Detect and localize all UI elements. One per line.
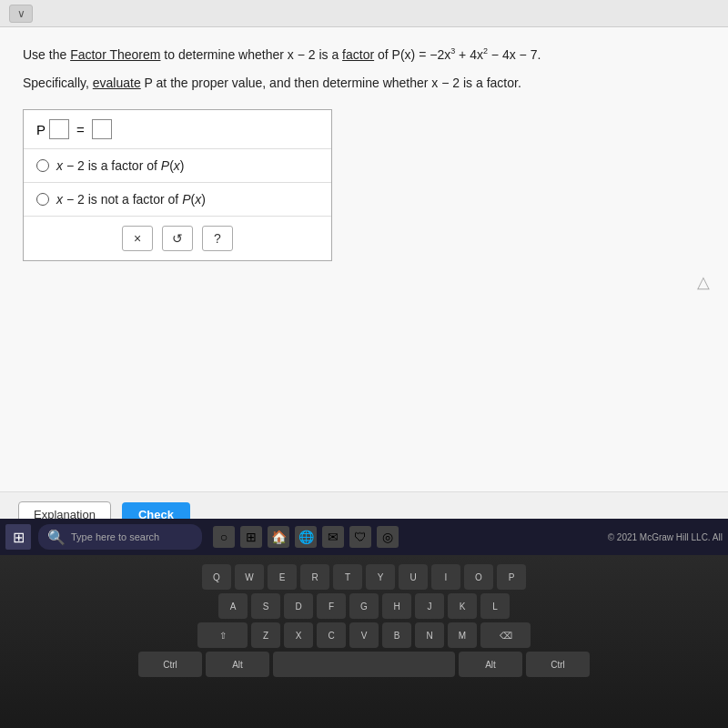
problem-mid2-text: is a [316, 47, 343, 62]
problem-line-1: Use the Factor Theorem to determine whet… [23, 46, 705, 65]
taskbar-icon-group: ○ ⊞ 🏠 🌐 ✉ 🛡 ◎ [213, 526, 399, 548]
poly-expr: (x) = −2x3 + 4x2 − 4x − 7. [400, 47, 541, 62]
key-i[interactable]: I [431, 564, 460, 590]
clear-button[interactable]: × [122, 226, 153, 251]
taskbar-icon-2[interactable]: ⊞ [240, 526, 262, 548]
key-row-4: Ctrl Alt Alt Ctrl [68, 652, 660, 677]
help-button[interactable]: ? [202, 226, 233, 251]
evaluate-link[interactable]: evaluate [93, 76, 141, 90]
problem-mid-text: to determine whether [160, 47, 287, 62]
key-v[interactable]: V [349, 622, 379, 648]
problem-mid3-text: of [374, 47, 391, 62]
equals-sign: = [76, 122, 85, 137]
radio-label-2: x − 2 is not a factor of P(x) [56, 192, 206, 207]
key-k[interactable]: K [448, 593, 477, 619]
key-e[interactable]: E [268, 564, 297, 590]
factor-theorem-link[interactable]: Factor Theorem [70, 47, 160, 62]
radio-button-1[interactable] [36, 159, 49, 172]
chevron-down-button[interactable]: ∨ [9, 5, 33, 23]
key-space[interactable] [273, 652, 455, 677]
key-g[interactable]: G [349, 593, 379, 619]
taskbar-search-bar[interactable]: 🔍 Type here to search [38, 524, 202, 550]
keyboard: Q W E R T Y U I O P A S D F G H J K L ⇧ … [68, 564, 660, 681]
key-row-1: Q W E R T Y U I O P [68, 564, 660, 590]
key-ctrl[interactable]: Ctrl [138, 652, 202, 677]
chevron-down-icon: ∨ [17, 7, 25, 20]
key-n[interactable]: N [415, 622, 444, 648]
key-w[interactable]: W [235, 564, 264, 590]
key-q[interactable]: Q [202, 564, 231, 590]
problem-line-2: Specifically, evaluate P at the proper v… [23, 74, 705, 93]
key-row-3: ⇧ Z X C V B N M ⌫ [68, 622, 660, 648]
key-m[interactable]: M [448, 622, 477, 648]
problem-pre-text: Use the [23, 47, 70, 62]
key-a[interactable]: A [218, 593, 248, 619]
key-alt-right[interactable]: Alt [459, 652, 522, 677]
key-p[interactable]: P [497, 564, 526, 590]
p-input-row: P = [24, 110, 331, 149]
key-alt[interactable]: Alt [206, 652, 269, 677]
factor-link[interactable]: factor [342, 47, 374, 62]
p-func: P [392, 47, 400, 62]
taskbar-icon-1[interactable]: ○ [213, 526, 235, 548]
x-minus-2-expr: x − 2 [288, 47, 316, 62]
key-o[interactable]: O [464, 564, 493, 590]
key-r[interactable]: R [300, 564, 329, 590]
copyright-text: © 2021 McGraw Hill LLC. All [608, 532, 723, 542]
radio-row-1[interactable]: x − 2 is a factor of P(x) [24, 149, 331, 183]
key-row-2: A S D F G H J K L [68, 593, 660, 619]
content-area: Use the Factor Theorem to determine whet… [0, 27, 728, 537]
radio-row-2[interactable]: x − 2 is not a factor of P(x) [24, 183, 331, 217]
search-icon: 🔍 [47, 529, 66, 546]
answer-box: P = x − 2 is a factor of P(x) x − 2 is n… [23, 109, 332, 261]
problem-end-text: is a factor. [460, 76, 521, 90]
x-minus-2-expr2: x − 2 [431, 76, 460, 90]
key-t[interactable]: T [333, 564, 362, 590]
key-x[interactable]: X [284, 622, 313, 648]
keyboard-area: Q W E R T Y U I O P A S D F G H J K L ⇧ … [0, 555, 728, 728]
top-bar: ∨ [0, 0, 728, 27]
problem-mid-text2: P at the proper value, and then determin… [141, 76, 432, 90]
taskbar-icon-4[interactable]: 🌐 [295, 526, 317, 548]
key-l[interactable]: L [480, 593, 510, 619]
undo-button[interactable]: ↺ [162, 226, 193, 251]
key-ctrl-right[interactable]: Ctrl [526, 652, 590, 677]
specifically-text: Specifically, [23, 76, 93, 90]
key-f[interactable]: F [317, 593, 346, 619]
key-y[interactable]: Y [366, 564, 395, 590]
key-backspace[interactable]: ⌫ [480, 622, 531, 648]
key-c[interactable]: C [317, 622, 346, 648]
start-button[interactable]: ⊞ [5, 524, 31, 550]
taskbar-icon-3[interactable]: 🏠 [268, 526, 289, 548]
taskbar-icon-6[interactable]: 🛡 [349, 526, 371, 548]
radio-button-2[interactable] [36, 193, 49, 206]
p-input-right[interactable] [92, 119, 112, 139]
screen: ∨ Use the Factor Theorem to determine wh… [0, 0, 728, 537]
key-shift[interactable]: ⇧ [197, 622, 248, 648]
bell-icon: △ [697, 272, 710, 292]
p-input-left[interactable] [49, 119, 69, 139]
taskbar-icon-5[interactable]: ✉ [322, 526, 344, 548]
key-u[interactable]: U [399, 564, 428, 590]
p-label: P [36, 122, 46, 137]
key-b[interactable]: B [382, 622, 411, 648]
action-buttons-row: × ↺ ? [24, 217, 331, 260]
key-s[interactable]: S [251, 593, 280, 619]
key-z[interactable]: Z [251, 622, 280, 648]
key-h[interactable]: H [382, 593, 411, 619]
key-j[interactable]: J [415, 593, 444, 619]
radio-label-1: x − 2 is a factor of P(x) [56, 158, 184, 173]
key-d[interactable]: D [284, 593, 313, 619]
taskbar-icon-7[interactable]: ◎ [377, 526, 399, 548]
search-placeholder: Type here to search [71, 531, 159, 542]
taskbar: ⊞ 🔍 Type here to search ○ ⊞ 🏠 🌐 ✉ 🛡 ◎ © … [0, 519, 728, 555]
